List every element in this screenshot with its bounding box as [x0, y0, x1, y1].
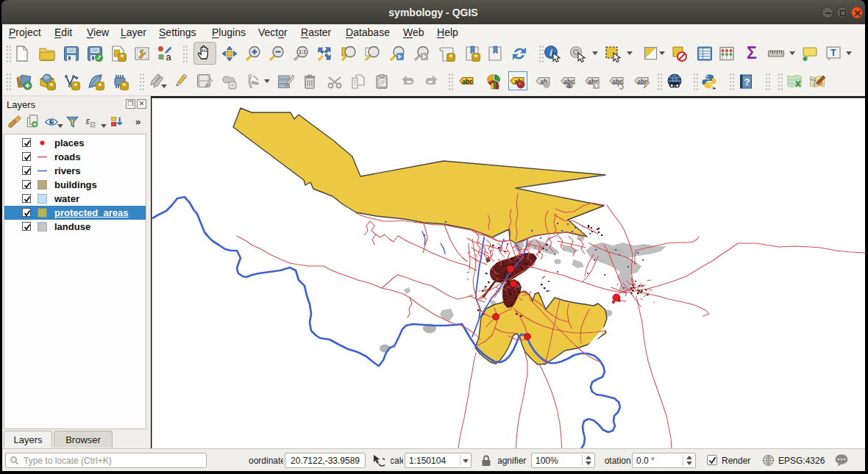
svg-text:?: ? [744, 76, 750, 87]
svg-text:abc: abc [563, 78, 574, 85]
svg-text:*: * [74, 82, 78, 90]
svg-text:i: i [549, 47, 552, 58]
svg-text:ε: ε [86, 116, 90, 126]
svg-text:a: a [166, 51, 171, 62]
svg-text:*: * [449, 53, 453, 62]
svg-text:1:1: 1:1 [299, 49, 306, 54]
svg-text:T: T [830, 48, 836, 58]
svg-text:*: * [99, 82, 102, 90]
svg-text:Σ: Σ [747, 45, 757, 62]
svg-text:*: * [121, 53, 124, 62]
svg-text:abc: abc [462, 78, 473, 85]
svg-text:*: * [50, 82, 54, 90]
svg-text:*: * [474, 53, 478, 62]
svg-text:*: * [123, 82, 127, 90]
